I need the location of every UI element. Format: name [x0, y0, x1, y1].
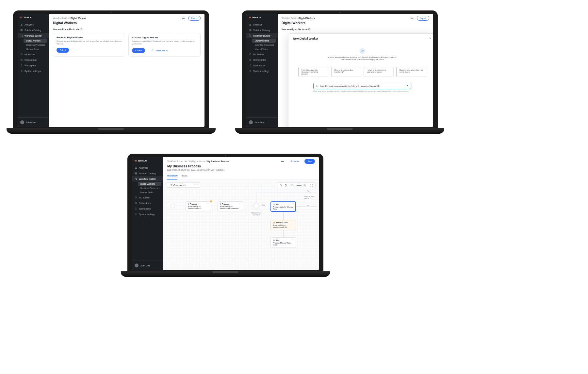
grid-icon — [20, 29, 23, 31]
node-title: Prepare data for Manual Task — [273, 206, 294, 210]
sidebar-item-ml-builder[interactable]: ML Builder — [246, 52, 278, 57]
svg-rect-24 — [136, 174, 137, 175]
cursor-tool-icon[interactable] — [279, 184, 283, 187]
modal-title: New Digital Worker — [293, 37, 318, 40]
node-menu-icon[interactable]: ⋯ — [292, 221, 294, 224]
hand-tool-icon[interactable] — [284, 184, 287, 187]
more-menu-button[interactable]: ••• — [181, 17, 186, 20]
sidebar-item-ml-builder[interactable]: ML Builder — [132, 195, 163, 200]
sidebar-sub-business-processes[interactable]: Business Processes — [138, 186, 163, 190]
svg-point-36 — [274, 204, 274, 205]
sidebar-item-workflow-builder[interactable]: Workflow Builder — [132, 176, 163, 181]
zoom-out-icon[interactable] — [291, 184, 294, 187]
sidebar-item-system-settings[interactable]: System settings — [246, 68, 278, 74]
chip[interactable]: Easy-to-use automation for email triage — [396, 67, 426, 77]
sidebar-item-orchestrator[interactable]: Orchestrator — [132, 200, 163, 206]
tab-runs[interactable]: Runs — [182, 173, 187, 179]
sidebar-sub-digital-workers[interactable]: Digital Workers — [24, 39, 47, 43]
user-name: John Doe — [26, 121, 36, 124]
node-type: Process — [190, 203, 197, 205]
sidebar-sub-business-processes[interactable]: Business Processes — [24, 43, 49, 47]
select-button[interactable]: Select — [57, 48, 69, 53]
decision-node[interactable] — [253, 202, 260, 210]
sidebar-item-ml-builder[interactable]: ML Builder — [18, 52, 49, 57]
radar-icon — [20, 59, 23, 61]
svg-rect-2 — [21, 30, 22, 31]
generate-icon[interactable] — [406, 84, 409, 88]
brain-icon — [249, 53, 252, 56]
tabs: Workflow Runs — [163, 173, 319, 180]
chip[interactable]: I want to automate my approval process — [364, 67, 394, 77]
sidebar-item-solution-catalog[interactable]: Solution Catalog — [246, 27, 278, 33]
sidebar-item-system-settings[interactable]: System settings — [18, 68, 49, 74]
more-menu-button[interactable]: ••• — [280, 160, 285, 163]
node-bot-prepare[interactable]: ⋯ Bot Prepare data for Manual Task — [270, 201, 296, 212]
node-menu-icon[interactable]: ⋯ — [292, 203, 294, 205]
sidebar: W Work.AI Analytics Solution Catalog Wor… — [18, 14, 49, 127]
node-manual-task[interactable]: ⋯ Manual Task Adverse Media Monitoring v… — [270, 220, 296, 230]
sidebar-item-analytics[interactable]: Analytics — [246, 22, 278, 27]
chip[interactable]: How to automate data monitoring? — [331, 67, 361, 77]
sidebar-item-orchestrator[interactable]: Orchestrator — [18, 57, 49, 62]
svg-point-4 — [21, 35, 21, 35]
ai-prompt-input[interactable] — [320, 85, 404, 87]
start-node[interactable] — [171, 204, 175, 208]
svg-rect-13 — [251, 30, 252, 31]
sidebar-item-system-settings[interactable]: System settings — [132, 212, 163, 217]
run-button[interactable]: Run — [304, 159, 315, 164]
tab-workflow[interactable]: Workflow — [167, 173, 177, 179]
sidebar-sub-manual-tasks[interactable]: Manual Tasks — [138, 190, 163, 195]
sidebar-sub-digital-workers[interactable]: Digital Workers — [252, 39, 276, 43]
import-button[interactable]: Import — [188, 16, 201, 21]
breadcrumb-link[interactable]: Workflow Builder — [282, 17, 298, 19]
chip[interactable]: I want to automate document handling pro… — [298, 67, 328, 77]
create-with-ai-button[interactable]: Create with AI — [148, 48, 171, 53]
node-bot-process-result[interactable]: ⋯ Bot Process Manual Task result — [270, 237, 296, 248]
create-button[interactable]: Create — [132, 48, 145, 53]
sidebar-item-orchestrator[interactable]: Orchestrator — [246, 57, 278, 62]
breadcrumb-link[interactable]: My Digital Worker — [189, 160, 205, 162]
chart-line-icon — [20, 23, 23, 26]
sidebar-sub-manual-tasks[interactable]: Manual Tasks — [252, 47, 278, 51]
sidebar-item-solution-catalog[interactable]: Solution Catalog — [132, 171, 163, 176]
schedule-button[interactable]: Schedule — [287, 159, 302, 164]
workflow-canvas[interactable]: Components 100% — [163, 180, 319, 270]
sidebar-sub-manual-tasks[interactable]: Manual Tasks — [24, 47, 49, 51]
mic-icon[interactable] — [316, 85, 318, 87]
avatar — [249, 120, 253, 124]
breadcrumb-link[interactable]: Workflow Builder — [167, 160, 183, 162]
sidebar-item-workspace[interactable]: WorkSpace — [132, 206, 163, 211]
svg-rect-34 — [273, 204, 275, 205]
svg-point-26 — [136, 179, 137, 180]
import-button[interactable]: Import — [417, 16, 429, 21]
sidebar-sub-business-processes[interactable]: Business Processes — [252, 43, 278, 47]
node-menu-icon[interactable]: ⋯ — [292, 239, 294, 241]
sidebar-user[interactable]: John Doe — [246, 117, 278, 127]
sidebar-item-workspace[interactable]: WorkSpace — [246, 63, 278, 68]
components-dropdown[interactable]: Components — [167, 182, 200, 188]
node-menu-icon[interactable]: ⋯ — [207, 203, 209, 205]
svg-point-8 — [21, 64, 22, 65]
sidebar-user[interactable]: John Doe — [132, 261, 163, 270]
zoom-in-icon[interactable] — [303, 184, 306, 187]
sidebar-item-analytics[interactable]: Analytics — [132, 165, 163, 170]
node-process-input[interactable]: ⋯ ! ▾Process Adverse Media Monitoring In… — [186, 201, 211, 211]
sidebar-item-workflow-builder[interactable]: Workflow Builder — [246, 33, 278, 38]
sidebar-item-label: System settings — [253, 70, 269, 72]
modal-hero-line2: Just answer some questions and enjoy the… — [293, 58, 432, 60]
sidebar-sub-digital-workers[interactable]: Digital Workers — [138, 182, 161, 186]
fullscreen-icon[interactable] — [310, 184, 313, 187]
sidebar: W Work.AI Analytics Solution Catalog Wor… — [246, 14, 278, 127]
node-menu-icon[interactable]: ⋯ — [239, 203, 241, 205]
sidebar-item-workflow-builder[interactable]: Workflow Builder — [18, 33, 49, 38]
node-process-processing[interactable]: ⋯ ▾Process Adverse Media Monitoring Proc… — [218, 201, 243, 211]
breadcrumb-link[interactable]: Workflow Builder — [53, 17, 69, 19]
svg-rect-20 — [317, 85, 317, 86]
sidebar-item-solution-catalog[interactable]: Solution Catalog — [18, 27, 49, 33]
sidebar-item-workspace[interactable]: WorkSpace — [18, 63, 49, 68]
more-menu-button[interactable]: ••• — [409, 17, 415, 20]
sidebar-item-analytics[interactable]: Analytics — [18, 22, 49, 27]
bot-icon — [273, 203, 275, 206]
close-icon[interactable]: ✕ — [429, 37, 432, 40]
sidebar-user[interactable]: John Doe — [18, 117, 49, 127]
